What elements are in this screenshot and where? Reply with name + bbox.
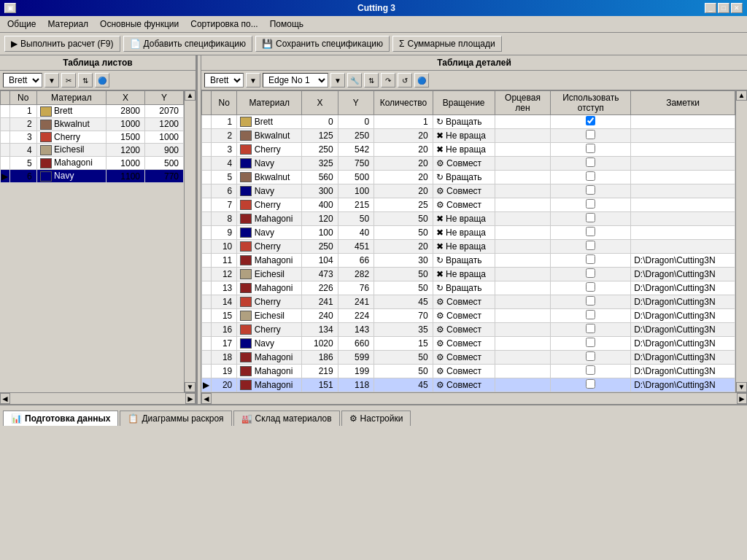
left-table-row[interactable]: 4 Eichesil 1200 900: [1, 144, 184, 157]
left-tool-btn1[interactable]: ✂: [61, 73, 76, 88]
col-no-r[interactable]: No: [212, 91, 237, 115]
right-table-row[interactable]: 12 Eichesil 473 282 50 ✖ Не враща D:\Dra…: [202, 268, 735, 281]
right-row-offset[interactable]: [551, 198, 631, 212]
col-y[interactable]: Y: [145, 91, 184, 105]
offset-checkbox[interactable]: [586, 144, 595, 153]
left-table-row[interactable]: 5 Mahagoni 1000 500: [1, 157, 184, 170]
right-row-offset[interactable]: [551, 323, 631, 337]
col-no[interactable]: No: [9, 91, 36, 105]
right-scroll-up[interactable]: ▲: [736, 90, 747, 101]
offset-checkbox[interactable]: [586, 158, 595, 167]
right-tool-btn3[interactable]: ↷: [381, 73, 395, 88]
right-tool-btn2[interactable]: ⇅: [364, 73, 379, 88]
right-edge-select[interactable]: Edge No 1: [263, 73, 328, 88]
right-row-offset[interactable]: [551, 365, 631, 378]
col-rotation[interactable]: Вращение: [433, 91, 495, 115]
offset-checkbox[interactable]: [586, 199, 595, 209]
right-table-row[interactable]: 3 Cherry 250 542 20 ✖ Не враща: [202, 143, 735, 157]
col-offset[interactable]: Использовать отступ: [551, 91, 631, 115]
right-material-select[interactable]: Brett: [204, 73, 244, 88]
offset-checkbox[interactable]: [586, 351, 595, 361]
add-spec-button[interactable]: 📄 Добавить спецификацию: [123, 36, 252, 52]
menu-material[interactable]: Материал: [43, 18, 93, 31]
right-table-row[interactable]: 10 Cherry 250 451 20 ✖ Не враща: [202, 240, 735, 254]
left-tool-btn2[interactable]: ⇅: [78, 73, 93, 88]
offset-checkbox[interactable]: [586, 365, 595, 375]
scroll-right-btn[interactable]: ►: [185, 393, 196, 404]
right-row-offset[interactable]: [551, 129, 631, 143]
right-table-row[interactable]: 8 Mahagoni 120 50 50 ✖ Не враща: [202, 212, 735, 226]
offset-checkbox[interactable]: [586, 213, 595, 222]
right-tool-btn5[interactable]: 🔵: [414, 73, 429, 88]
left-dropdown-btn[interactable]: ▼: [44, 73, 59, 88]
right-row-offset[interactable]: [551, 212, 631, 226]
menu-general[interactable]: Общие: [3, 18, 40, 31]
right-material-dropdown[interactable]: ▼: [246, 73, 260, 88]
col-edge[interactable]: Орцевая лен: [495, 91, 551, 115]
right-scrollbar[interactable]: ▲ ▼: [735, 90, 747, 392]
right-table-row[interactable]: 6 Navy 300 100 20 ⚙ Совмест: [202, 184, 735, 198]
close-button[interactable]: ✕: [731, 3, 743, 13]
right-table-row[interactable]: 17 Navy 1020 660 15 ⚙ Совмест D:\Dragon\…: [202, 337, 735, 351]
tab-diagrams[interactable]: 📋 Диаграммы раскроя: [120, 411, 231, 426]
right-table-row[interactable]: 15 Eichesil 240 224 70 ⚙ Совмест D:\Drag…: [202, 309, 735, 323]
right-table-row[interactable]: 18 Mahagoni 186 599 50 ⚙ Совмест D:\Drag…: [202, 351, 735, 365]
left-h-scrollbar[interactable]: ◄ ►: [0, 392, 196, 404]
right-table-row[interactable]: 19 Mahagoni 219 199 50 ⚙ Совмест D:\Drag…: [202, 365, 735, 378]
right-table-row[interactable]: 5 Bkwalnut 560 500 20 ↻ Вращать: [202, 171, 735, 184]
col-x-r[interactable]: X: [302, 91, 338, 115]
right-row-offset[interactable]: [551, 309, 631, 323]
left-table-scroll[interactable]: No Материал X Y 1 Brett 2800 2070 2 Bkwa…: [0, 90, 184, 392]
menu-functions[interactable]: Основные функции: [96, 18, 183, 31]
right-row-offset[interactable]: [551, 281, 631, 295]
right-table-row[interactable]: ▶ 20 Mahagoni 151 118 45 ⚙ Совмест D:\Dr…: [202, 378, 735, 392]
minimize-button[interactable]: _: [705, 3, 716, 13]
offset-checkbox[interactable]: [586, 241, 595, 250]
col-x[interactable]: X: [107, 91, 145, 105]
right-tool-btn4[interactable]: ↺: [398, 73, 412, 88]
scroll-down-btn[interactable]: ▼: [185, 382, 196, 392]
tab-settings[interactable]: ⚙ Настройки: [341, 411, 411, 426]
scroll-left-btn[interactable]: ◄: [0, 393, 10, 404]
right-row-offset[interactable]: [551, 157, 631, 171]
right-table-row[interactable]: 1 Brett 0 0 1 ↻ Вращать: [202, 115, 735, 129]
right-table-row[interactable]: 4 Navy 325 750 20 ⚙ Совмест: [202, 157, 735, 171]
offset-checkbox[interactable]: [586, 171, 595, 181]
col-notes[interactable]: Заметки: [631, 91, 735, 115]
left-material-select[interactable]: Brett: [3, 73, 42, 88]
right-edge-dropdown[interactable]: ▼: [330, 73, 345, 88]
menu-sort[interactable]: Сортировка по...: [186, 18, 262, 31]
col-material[interactable]: Материал: [36, 91, 106, 105]
offset-checkbox[interactable]: [586, 338, 595, 347]
right-row-offset[interactable]: [551, 226, 631, 240]
scroll-up-btn[interactable]: ▲: [185, 90, 196, 101]
right-table-scroll[interactable]: No Материал X Y Количество Вращение Орце…: [201, 90, 735, 392]
right-row-offset[interactable]: [551, 268, 631, 281]
right-row-offset[interactable]: [551, 115, 631, 129]
calculate-button[interactable]: ▶ Выполнить расчет (F9): [4, 36, 120, 52]
right-row-offset[interactable]: [551, 184, 631, 198]
left-tool-btn3[interactable]: 🔵: [95, 73, 109, 88]
offset-checkbox[interactable]: [586, 185, 595, 195]
tab-warehouse[interactable]: 🏭 Склад материалов: [233, 411, 340, 426]
offset-checkbox[interactable]: [586, 379, 595, 389]
right-row-offset[interactable]: [551, 295, 631, 309]
offset-checkbox[interactable]: [586, 296, 595, 306]
summary-button[interactable]: Σ Суммарные площади: [392, 36, 502, 52]
right-tool-btn1[interactable]: 🔧: [347, 73, 362, 88]
right-row-offset[interactable]: [551, 240, 631, 254]
offset-checkbox[interactable]: [586, 310, 595, 319]
right-row-offset[interactable]: [551, 254, 631, 268]
offset-checkbox[interactable]: [586, 324, 595, 333]
offset-checkbox[interactable]: [586, 227, 595, 236]
left-table-row[interactable]: 3 Cherry 1500 1000: [1, 131, 184, 144]
offset-checkbox[interactable]: [586, 116, 595, 125]
left-scrollbar[interactable]: ▲ ▼: [184, 90, 196, 392]
right-h-scrollbar[interactable]: ◄ ►: [201, 392, 747, 404]
right-scroll-right[interactable]: ►: [737, 393, 747, 404]
maximize-button[interactable]: □: [718, 3, 729, 13]
window-icon[interactable]: ▣: [4, 3, 16, 13]
right-table-row[interactable]: 16 Cherry 134 143 35 ⚙ Совмест D:\Dragon…: [202, 323, 735, 337]
right-table-row[interactable]: 7 Cherry 400 215 25 ⚙ Совмест: [202, 198, 735, 212]
left-table-row[interactable]: 1 Brett 2800 2070: [1, 105, 184, 118]
